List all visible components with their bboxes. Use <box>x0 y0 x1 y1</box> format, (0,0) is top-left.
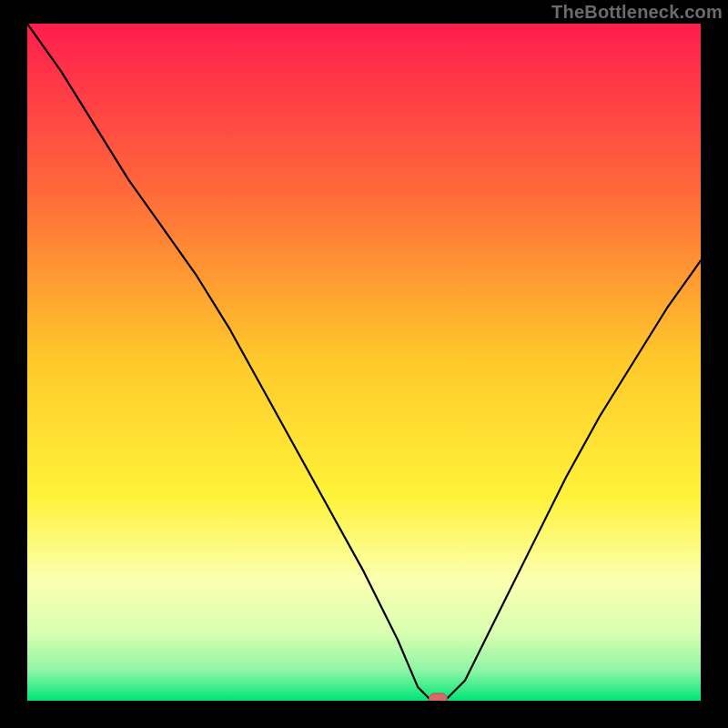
plot-area <box>27 24 701 701</box>
attribution-label: TheBottleneck.com <box>551 2 723 23</box>
bottleneck-chart-svg <box>27 24 701 701</box>
chart-frame: TheBottleneck.com <box>0 0 728 728</box>
gradient-background <box>27 24 701 701</box>
optimal-point-marker-icon <box>429 693 447 701</box>
